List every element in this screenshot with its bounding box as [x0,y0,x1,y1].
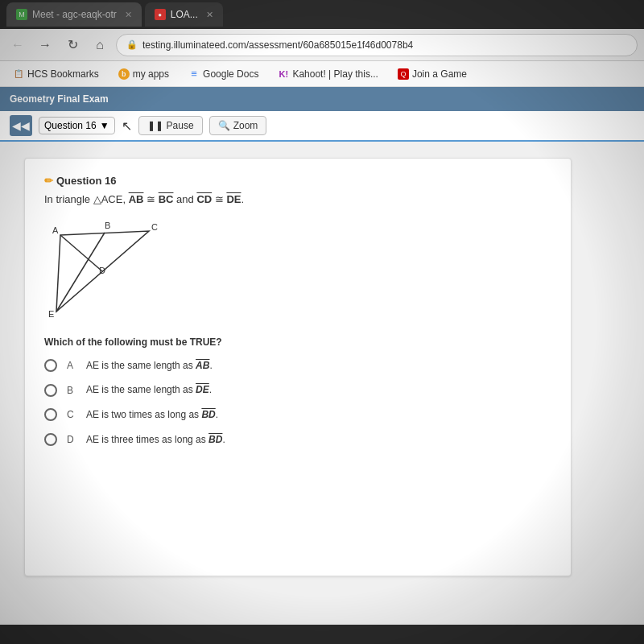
page-content: Geometry Final Exam ◀◀ Question 16 ▼ ↖ ❚… [0,87,644,625]
radio-d[interactable] [44,433,57,446]
nav-bar: ← → ↻ ⌂ 🔒 testing.illuminateed.com/asses… [0,29,644,61]
segment-cd: CD [196,193,212,205]
choice-d[interactable]: D AE is three times as long as BD. [44,433,551,447]
choice-c-text: AE is two times as long as BD. [86,408,218,422]
pencil-icon: ✏ [44,175,53,187]
gdocs-favicon: ≡ [188,68,200,80]
choice-b-plain: AE is the same length as [86,384,196,395]
bookmark-kahoot[interactable]: K! Kahoot! | Play this... [271,66,385,82]
tab-meet-close[interactable]: ✕ [125,10,132,20]
choice-a-math: AB [196,360,209,371]
forward-button[interactable]: → [34,34,56,56]
choice-a-plain: AE is the same length as [86,360,196,371]
choice-d-math: BD [208,434,222,445]
choice-b[interactable]: B AE is the same length as DE. [44,383,551,397]
answer-choices: A AE is the same length as AB. B AE is t… [44,359,551,447]
choice-d-letter: D [67,434,76,445]
bookmarks-bar: 📋 HCS Bookmarks b my apps ≡ Google Docs … [0,61,644,87]
tab-meet-label: Meet - agc-eaqk-otr [32,9,117,20]
tab-assessment-close[interactable]: ✕ [206,10,213,20]
bookmark-joinagame[interactable]: Q Join a Game [391,66,473,82]
back-button[interactable]: ← [6,34,29,56]
choice-c[interactable]: C AE is two times as long as BD. [44,408,551,422]
hcs-favicon: 📋 [13,68,24,80]
question-prompt: Which of the following must be TRUE? [44,336,551,348]
choice-c-plain: AE is two times as long as [86,409,201,420]
bookmark-myapps-label: my apps [133,68,169,80]
prev-question-button[interactable]: ◀◀ [10,115,32,136]
zoom-button[interactable]: 🔍 Zoom [209,116,267,135]
choice-b-letter: B [67,385,76,396]
triangle-diagram: A B C D E [44,219,189,324]
question-number: Question 16 [56,175,116,187]
question-selector-label: Question 16 [44,120,97,131]
browser-chrome: M Meet - agc-eaqk-otr ✕ ● LOA... ✕ ← → ↻… [0,0,644,87]
assessment-header: Geometry Final Exam [0,87,644,111]
tab-bar: M Meet - agc-eaqk-otr ✕ ● LOA... ✕ [0,0,644,29]
tab-assessment[interactable]: ● LOA... ✕ [145,2,223,27]
home-button[interactable]: ⌂ [89,34,111,56]
radio-a[interactable] [44,359,57,372]
address-bar[interactable]: 🔒 testing.illuminateed.com/assessment/60… [116,34,638,56]
radio-b[interactable] [44,384,57,397]
zoom-label: Zoom [233,120,258,131]
chevron-down-icon: ▼ [100,120,109,131]
myapps-favicon: b [118,68,130,80]
choice-c-letter: C [67,409,76,420]
svg-text:D: D [99,266,105,275]
bookmark-myapps[interactable]: b my apps [112,66,175,82]
svg-text:B: B [105,221,110,230]
question-label: ✏ Question 16 [44,175,551,187]
choice-d-plain: AE is three times as long as [86,434,208,445]
lock-icon: 🔒 [126,39,138,50]
cursor-indicator: ↖ [122,118,132,134]
bookmark-joinagame-label: Join a Game [412,68,467,80]
question-selector[interactable]: Question 16 ▼ [39,117,115,134]
choice-c-math: BD [201,409,215,420]
assessment-toolbar: ◀◀ Question 16 ▼ ↖ ❚❚ Pause 🔍 Zoom [0,111,644,142]
pause-icon: ❚❚ [147,120,163,131]
radio-c[interactable] [44,408,57,421]
kahoot-favicon: K! [278,68,289,80]
choice-a-text: AE is the same length as AB. [86,359,213,373]
choice-a[interactable]: A AE is the same length as AB. [44,359,551,373]
tab-assessment-label: LOA... [171,9,198,20]
pause-button[interactable]: ❚❚ Pause [138,116,203,135]
choice-a-letter: A [67,360,76,371]
zoom-icon: 🔍 [218,120,230,131]
svg-line-1 [56,233,105,312]
question-container: ✏ Question 16 In triangle △ACE, AB ≅ BC … [24,158,572,576]
triangle-svg: A B C D E [44,219,189,324]
segment-de: DE [226,193,241,205]
segment-bc: BC [159,193,174,205]
svg-text:A: A [52,225,59,235]
joinagame-favicon: Q [398,68,409,80]
choice-b-text: AE is the same length as DE. [86,383,212,397]
refresh-button[interactable]: ↻ [61,34,84,56]
bookmark-hcs[interactable]: 📋 HCS Bookmarks [6,66,105,82]
bookmark-hcs-label: HCS Bookmarks [27,68,99,80]
tab-meet[interactable]: M Meet - agc-eaqk-otr ✕ [6,2,142,27]
choice-d-text: AE is three times as long as BD. [86,433,225,447]
question-area: ✏ Question 16 In triangle △ACE, AB ≅ BC … [0,142,644,625]
assessment-title: Geometry Final Exam [10,93,109,105]
assess-favicon: ● [155,9,166,20]
svg-line-2 [60,235,102,271]
segment-ab: AB [129,193,144,205]
bookmark-kahoot-label: Kahoot! | Play this... [292,68,378,80]
svg-text:E: E [48,309,54,319]
address-text: testing.illuminateed.com/assessment/60a6… [142,39,413,51]
svg-text:C: C [151,222,158,232]
question-stem: In triangle △ACE, AB ≅ BC and CD ≅ DE. [44,192,551,208]
choice-b-math: DE [196,384,209,395]
meet-favicon: M [16,9,27,20]
bookmark-gdocs[interactable]: ≡ Google Docs [182,66,265,82]
pause-label: Pause [167,120,194,131]
bookmark-gdocs-label: Google Docs [203,68,258,80]
